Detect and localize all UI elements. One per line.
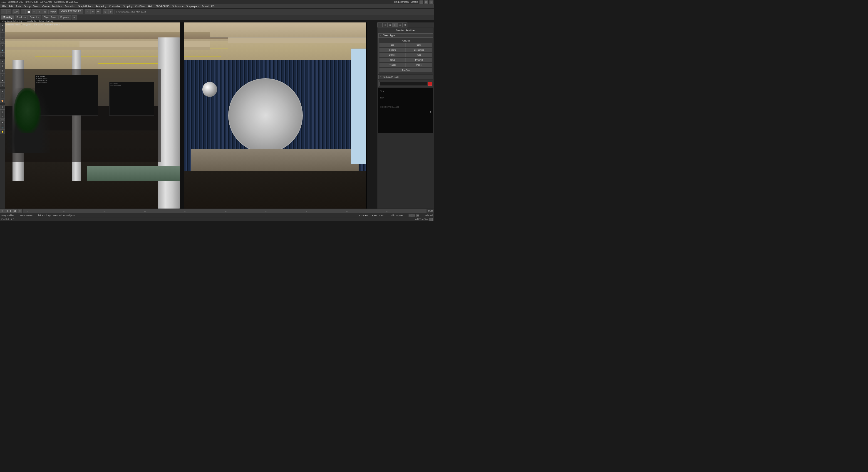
menu-ds[interactable]: DS xyxy=(210,4,216,8)
tab-selection[interactable]: Selection xyxy=(28,15,41,20)
align-options-button[interactable]: ≡▾ xyxy=(96,9,101,14)
create-panel-button[interactable]: ✦ xyxy=(0,59,5,64)
cylinder-button[interactable]: Cylinder xyxy=(379,53,406,57)
unlink-button[interactable]: 🔗 xyxy=(0,48,5,53)
camera-button[interactable]: 📷 xyxy=(0,125,5,130)
torus-button[interactable]: Torus xyxy=(379,58,406,62)
add-time-tag-button[interactable]: + xyxy=(430,217,433,221)
rp-tab-hierarchy[interactable]: ⊞ xyxy=(388,23,393,28)
status-prev-frame[interactable]: ◁ xyxy=(409,214,412,217)
wire-color-button[interactable]: 🎨 xyxy=(0,99,5,103)
menu-rendering[interactable]: Rendering xyxy=(94,4,107,8)
status-next-frame[interactable]: ▷▷ xyxy=(416,214,419,217)
go-end-button[interactable]: ⏭ xyxy=(18,209,22,213)
menu-substance[interactable]: Substance xyxy=(171,4,185,8)
object-type-section-header[interactable]: Object Type xyxy=(378,33,433,38)
name-color-section-header[interactable]: Name and Color xyxy=(378,75,433,79)
scale-tool-button[interactable]: ⤢ xyxy=(0,37,5,42)
mirror-button[interactable]: ⇔ xyxy=(85,9,90,14)
select-region-button[interactable]: ⬜ xyxy=(26,9,31,14)
menu-scripting[interactable]: Scripting xyxy=(122,4,134,8)
display-panel-button[interactable]: ◉ xyxy=(0,78,5,82)
object-name-input[interactable] xyxy=(379,82,427,86)
minimize-button[interactable]: − xyxy=(420,0,423,4)
next-frame-button[interactable]: ▶▶ xyxy=(13,209,18,213)
menu-animation[interactable]: Animation xyxy=(63,4,77,8)
hierarchy-panel-button[interactable]: ⊞ xyxy=(0,69,5,73)
prev-frame-button[interactable]: ◀ xyxy=(5,209,9,213)
scale-button[interactable]: ⇲ xyxy=(42,9,48,14)
maximize-button[interactable]: □ xyxy=(425,0,428,4)
preview-text-3: HIGH PERFORMANCE xyxy=(380,106,399,108)
rotate-tool-button[interactable]: ↻ xyxy=(0,32,5,37)
rp-tab-modify[interactable]: ⚙ xyxy=(382,23,388,28)
menu-customize[interactable]: Customize xyxy=(108,4,122,8)
utility-panel-button[interactable]: ⚒ xyxy=(0,83,5,88)
paint-select-button[interactable]: ✏ xyxy=(0,94,5,98)
modify-panel-button[interactable]: ⚙ xyxy=(0,64,5,68)
tab-modeling[interactable]: Modeling xyxy=(1,15,14,20)
menu-help[interactable]: Help xyxy=(147,4,154,8)
textplus-button[interactable]: TextPlus xyxy=(379,68,432,72)
geosphere-button[interactable]: GeoSphere xyxy=(406,48,432,52)
rp-tab-display[interactable]: ◉ xyxy=(397,23,402,28)
viewport-area[interactable]: Editable mesh / Polygon / Standard / Edi… xyxy=(5,23,377,208)
color-swatch-button[interactable] xyxy=(428,82,432,86)
rotate-button[interactable]: ↺ xyxy=(37,9,42,14)
menu-edit[interactable]: Edit xyxy=(7,4,14,8)
tab-populate[interactable]: Populate xyxy=(58,15,71,20)
select-tool-button[interactable]: ▸ xyxy=(0,23,5,28)
plane-button[interactable]: Plane xyxy=(406,63,432,67)
link-button[interactable]: ⛓ xyxy=(0,43,5,48)
render-setup-button[interactable]: ◎ xyxy=(0,109,5,114)
move-tool-button[interactable]: ✛ xyxy=(0,28,5,32)
redo-button[interactable]: ↪ xyxy=(6,9,11,14)
close-button[interactable]: × xyxy=(430,0,433,4)
tab-extra[interactable]: ▸ xyxy=(71,15,77,20)
undo-button[interactable]: ↩ xyxy=(1,9,6,14)
timeline-track[interactable]: 0 10 20 30 40 50 60 70 80 90 xyxy=(23,209,427,213)
menu-tools[interactable]: Tools xyxy=(14,4,23,8)
status-play[interactable]: ▷ xyxy=(412,214,415,217)
menu-group[interactable]: Group xyxy=(23,4,32,8)
breadcrumb-part2: Polygon xyxy=(17,20,24,23)
teapot-button[interactable]: Teapot xyxy=(379,63,406,67)
render-button[interactable]: ⊙ xyxy=(0,114,5,119)
layer-manager-button[interactable]: ⊞ xyxy=(103,9,108,14)
menu-shapespark[interactable]: Shapespark xyxy=(185,4,200,8)
selected-badge: Selected xyxy=(425,214,433,216)
go-start-button[interactable]: ⏮ xyxy=(0,209,4,213)
menu-civil-view[interactable]: Civil View xyxy=(134,4,147,8)
motion-panel-button[interactable]: ▷ xyxy=(0,73,5,78)
menu-modifiers[interactable]: Modifiers xyxy=(51,4,63,8)
select-button[interactable]: ▸ xyxy=(21,9,26,14)
sphere-button[interactable]: Sphere xyxy=(379,48,406,52)
rp-tab-motion[interactable]: ▷ xyxy=(393,23,397,28)
light-button[interactable]: 💡 xyxy=(0,130,5,134)
move-button[interactable]: ✛ xyxy=(32,9,37,14)
polygon-select-button[interactable]: ▦ xyxy=(0,89,5,94)
align-button[interactable]: ≡ xyxy=(90,9,95,14)
rp-tab-utility[interactable]: ⚒ xyxy=(402,23,407,28)
menu-views[interactable]: Views xyxy=(32,4,41,8)
create-selection-set-button[interactable]: Create Selection Set xyxy=(59,9,83,14)
tube-button[interactable]: Tube xyxy=(406,53,432,57)
rp-tab-create[interactable]: + xyxy=(377,23,382,28)
menu-graph-editors[interactable]: Graph Editors xyxy=(76,4,94,8)
cone-button[interactable]: Cone xyxy=(406,43,432,47)
reference-coord-dropdown[interactable]: View▾ xyxy=(50,9,57,14)
box-button[interactable]: Box xyxy=(379,43,406,47)
menu-3dground[interactable]: 3DGROUND xyxy=(154,4,171,8)
select-filter-dropdown[interactable]: All▾ xyxy=(13,9,19,14)
tab-object-paint[interactable]: Object Paint xyxy=(41,15,58,20)
menu-file[interactable]: File xyxy=(1,4,7,8)
bind-button[interactable]: ⊛ xyxy=(0,53,5,58)
play-button[interactable]: ▶ xyxy=(9,209,13,213)
menu-create[interactable]: Create xyxy=(41,4,51,8)
pyramid-button[interactable]: Pyramid xyxy=(406,58,432,62)
schematic-view-button[interactable]: ⊗ xyxy=(108,9,113,14)
environment-button[interactable]: ☀ xyxy=(0,120,5,125)
material-editor-button[interactable]: ◈ xyxy=(0,105,5,109)
menu-arnold[interactable]: Arnold xyxy=(200,4,210,8)
tab-freeform[interactable]: Freeform xyxy=(14,15,28,20)
